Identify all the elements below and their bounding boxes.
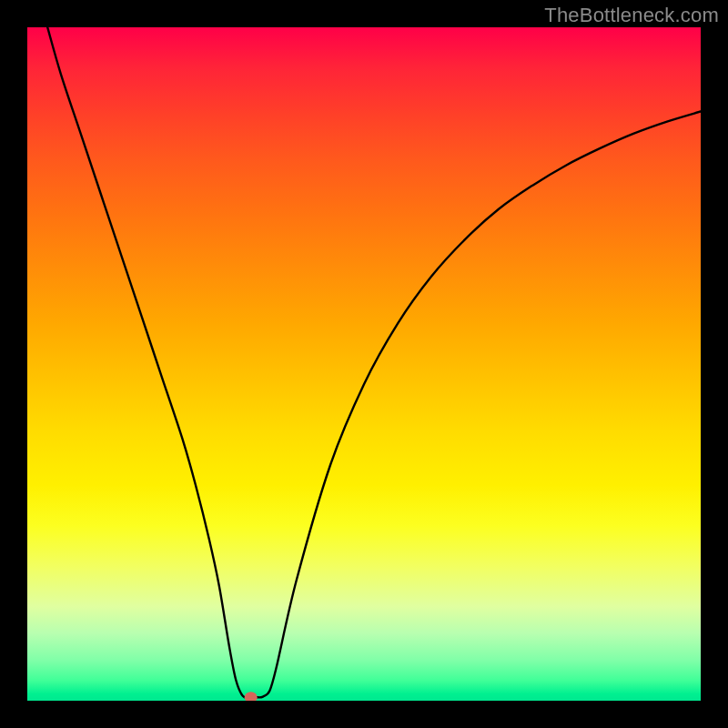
bottleneck-curve [47,27,701,698]
curve-svg [27,27,701,701]
chart-frame: TheBottleneck.com [0,0,728,728]
watermark-text: TheBottleneck.com [544,4,719,27]
plot-area [27,27,701,701]
minimum-marker [245,692,258,701]
